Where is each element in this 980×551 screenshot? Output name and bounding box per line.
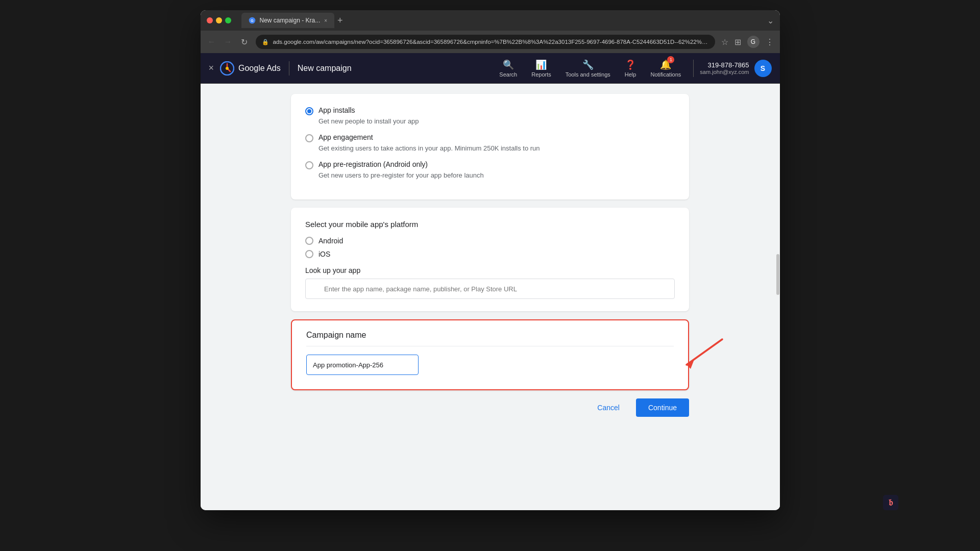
svg-text:G: G [251,19,254,22]
nav-help[interactable]: ❓ Help [619,55,643,82]
url-text: ads.google.com/aw/campaigns/new?ocid=365… [273,39,709,45]
nav-tools[interactable]: 🔧 Tools and settings [559,55,617,82]
figjam-icon: 𝔟 [883,495,898,510]
avatar-initial: S [761,64,765,72]
search-icon: 🔍 [503,59,514,70]
nav-search-label: Search [499,71,517,78]
help-icon: ❓ [625,59,636,70]
new-tab-button[interactable]: + [337,15,343,26]
google-ads-logo-icon [220,61,234,76]
back-button[interactable]: ← [207,37,217,46]
nav-reports[interactable]: 📊 Reports [525,55,557,82]
address-bar: ← → ↻ 🔒 ads.google.com/aw/campaigns/new?… [201,31,780,53]
close-traffic-light[interactable] [207,17,213,23]
goal-label-engagement: App engagement [318,133,373,141]
traffic-lights [207,17,231,23]
goal-item-installs: App installs Get new people to install y… [305,106,675,125]
red-arrow-annotation [676,329,732,375]
platform-label-ios: iOS [318,250,330,258]
reload-button[interactable]: ↻ [239,37,250,47]
minimize-traffic-light[interactable] [216,17,222,23]
ads-close-icon[interactable]: × [209,63,214,73]
url-bar[interactable]: 🔒 ads.google.com/aw/campaigns/new?ocid=3… [256,35,715,49]
continue-button[interactable]: Continue [636,398,689,417]
nav-reports-label: Reports [531,71,551,78]
scrollbar-thumb[interactable] [776,254,779,295]
platform-option-ios: iOS [305,250,675,258]
goal-label-installs: App installs [318,106,355,114]
goal-item-preregistration: App pre-registration (Android only) Get … [305,160,675,179]
tab-title: New campaign - Kra... [260,17,321,24]
goal-desc-engagement: Get existing users to take actions in yo… [318,144,675,152]
content-wrapper: App installs Get new people to install y… [281,94,699,390]
maximize-traffic-light[interactable] [225,17,231,23]
campaign-name-title: Campaign name [306,331,674,346]
goal-radio-installs[interactable] [305,107,313,115]
lock-icon: 🔒 [262,39,269,45]
user-avatar[interactable]: S [754,60,772,77]
scrollbar-track [776,84,780,510]
google-ads-logo: Google Ads [220,61,281,76]
app-lookup-wrapper: 🔍 [305,279,675,299]
nav-notifications-label: Notifications [650,71,681,78]
browser-profile-icon[interactable]: G [747,36,760,48]
title-bar: G New campaign - Kra... × + ⌄ [201,10,780,31]
platform-section-title: Select your mobile app's platform [305,220,675,229]
tab-favicon-icon: G [249,17,256,24]
goal-option-installs: App installs [305,106,675,115]
campaign-title: New campaign [298,64,352,73]
window-minimize-icon[interactable]: ⌄ [767,16,774,25]
bookmark-icon[interactable]: ☆ [721,37,728,47]
goal-label-preregistration: App pre-registration (Android only) [318,160,428,168]
user-phone: 319-878-7865 [700,61,749,69]
app-lookup-input[interactable] [305,279,675,299]
user-section: 319-878-7865 sam.john@xyz.com S [693,60,771,77]
ads-header: × Google Ads New campaign 🔍 Search 📊 Rep… [201,53,780,84]
window-controls: ⌄ [767,16,774,26]
bottom-actions: Cancel Continue [281,390,699,425]
goal-radio-preregistration[interactable] [305,161,313,169]
goal-desc-installs: Get new people to install your app [318,117,675,125]
platform-card: Select your mobile app's platform Androi… [291,208,689,311]
reports-icon: 📊 [535,59,547,70]
nav-help-label: Help [625,71,636,78]
svg-line-4 [687,339,722,365]
extension-icon[interactable]: ⊞ [734,37,741,47]
notification-count-badge: 1 [667,56,674,63]
address-bar-actions: ☆ ⊞ G ⋮ [721,36,774,48]
main-content: App installs Get new people to install y… [201,84,780,510]
forward-button[interactable]: → [223,37,233,46]
platform-label-android: Android [318,237,343,245]
platform-radio-ios[interactable] [305,250,313,258]
goal-radio-engagement[interactable] [305,134,313,142]
goal-item-engagement: App engagement Get existing users to tak… [305,133,675,152]
goal-desc-preregistration: Get new users to pre-register for your a… [318,171,675,179]
header-navigation: 🔍 Search 📊 Reports 🔧 Tools and settings … [493,55,771,82]
tab-close-icon[interactable]: × [324,18,327,23]
svg-point-3 [226,67,229,70]
app-lookup-title: Look up your app [305,266,675,274]
campaign-name-input[interactable] [306,355,419,375]
platform-option-android: Android [305,237,675,245]
nav-notifications[interactable]: 🔔 1 Notifications [644,55,687,82]
header-divider [289,61,289,76]
campaign-name-card: Campaign name [291,319,689,390]
user-email: sam.john@xyz.com [700,69,749,75]
nav-tools-label: Tools and settings [566,71,610,78]
user-info: 319-878-7865 sam.john@xyz.com [700,61,749,75]
app-goals-card: App installs Get new people to install y… [291,94,689,199]
goal-option-preregistration: App pre-registration (Android only) [305,160,675,169]
menu-icon[interactable]: ⋮ [766,37,774,47]
campaign-name-section: Campaign name [291,319,689,390]
tab-bar: G New campaign - Kra... × + [241,13,763,28]
nav-search[interactable]: 🔍 Search [493,55,523,82]
app-lookup-section: Look up your app 🔍 [305,266,675,299]
ads-logo-text: Google Ads [238,64,281,73]
browser-tab[interactable]: G New campaign - Kra... × [241,13,335,28]
platform-radio-android[interactable] [305,237,313,245]
tools-icon: 🔧 [582,59,594,70]
cancel-button[interactable]: Cancel [587,398,630,417]
goal-option-engagement: App engagement [305,133,675,142]
